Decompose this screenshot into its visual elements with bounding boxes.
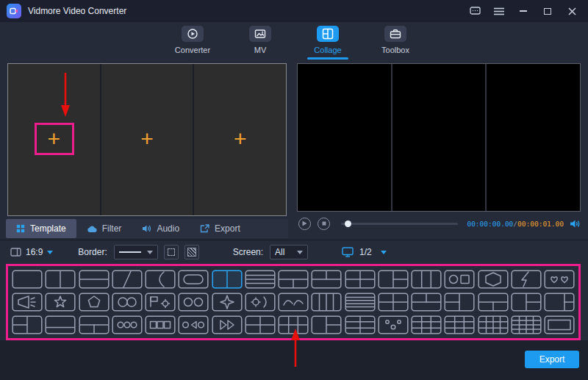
chevron-down-icon [147,251,153,254]
template-shape-h2bv[interactable] [79,315,110,334]
menu-icon[interactable] [493,5,505,17]
collage-icon [317,26,339,42]
template-shape-h2bv[interactable] [278,270,309,289]
border-line-sample [119,251,141,253]
tab-export[interactable]: Export [190,219,251,238]
playback-bar: 00:00:00.00/00:00:01.00 [298,214,581,233]
stop-button[interactable] [318,218,330,230]
template-shape-grid33[interactable] [444,315,475,334]
hatch-square-icon [187,248,196,257]
tab-toolbox[interactable]: Toolbox [369,26,422,60]
monitor-icon [342,247,354,257]
tab-audio[interactable]: Audio [132,219,190,238]
editor-tab-strip: Template Filter Audio Export [6,219,288,238]
template-shape-horn[interactable] [12,293,43,312]
template-shape-blank[interactable] [12,270,43,289]
template-shape-pentagon[interactable] [79,293,110,312]
template-shape-v2[interactable] [45,270,76,289]
preview-panel-1 [298,64,391,211]
border-style-dropdown[interactable] [114,245,158,259]
template-shape-rows4[interactable] [345,293,376,312]
mv-icon [249,26,271,42]
template-shape-h2b[interactable] [45,315,76,334]
template-shape-grid33[interactable] [411,315,442,334]
audio-speaker-icon [142,224,151,233]
template-shape-grid23[interactable] [278,315,309,334]
add-media-plus[interactable]: + [140,126,154,151]
template-shape-oo[interactable] [178,293,209,312]
template-shape-dots[interactable] [378,315,409,334]
tab-label: Collage [314,46,341,54]
template-shape-v4[interactable] [311,293,342,312]
screen-dropdown[interactable]: All [270,245,308,259]
preview-panel-2 [392,64,486,211]
template-shape-spark[interactable] [212,293,243,312]
template-shape-bigl[interactable] [544,293,575,312]
template-shape-vrh[interactable] [311,315,342,334]
border-color-button[interactable] [164,245,179,259]
template-shape-grid22[interactable] [245,315,276,334]
tab-converter[interactable]: Converter [166,26,219,60]
volume-icon[interactable] [570,219,581,229]
template-shape-v2[interactable] [212,270,243,289]
export-button[interactable]: Export [525,351,579,368]
template-shape-geararc[interactable] [245,293,276,312]
add-media-plus[interactable]: + [234,126,247,151]
template-shape-rows3[interactable] [245,270,276,289]
chevron-down-icon[interactable] [381,251,387,254]
template-shape-h2bv[interactable] [478,293,509,312]
seek-handle[interactable] [345,221,351,227]
template-shape-grid44[interactable] [511,315,542,334]
template-shape-v3[interactable] [411,270,442,289]
tab-label: Toolbox [381,46,409,54]
template-shape-wide[interactable] [544,315,575,334]
template-toolbar: 16:9 Border: Screen: All 1/2 [0,243,588,261]
feedback-icon[interactable] [469,5,481,17]
template-grid-icon [16,224,25,233]
collage-slot-2[interactable]: + [101,64,193,215]
seek-slider[interactable] [341,223,458,225]
template-shape-vlh[interactable] [12,315,43,334]
tab-collage[interactable]: Collage [301,26,354,60]
template-shape-otrio[interactable] [178,315,209,334]
template-shape-swoosh[interactable] [278,293,309,312]
add-media-plus[interactable]: + [48,126,61,151]
template-shape-hearts[interactable] [544,270,575,289]
template-shape-ff[interactable] [212,315,243,334]
time-display: 00:00:00.00/00:00:01.00 [467,220,564,228]
template-shape-grid32[interactable] [345,315,376,334]
template-shape-h2[interactable] [79,270,110,289]
template-shape-hex[interactable] [478,270,509,289]
template-shape-grid43[interactable] [478,315,509,334]
template-shape-rounded[interactable] [178,270,209,289]
footer-bar [0,340,588,380]
tab-label: MV [254,46,267,54]
template-shape-bolt[interactable] [511,270,542,289]
tab-filter[interactable]: Filter [76,219,132,238]
tab-mv[interactable]: MV [234,26,287,60]
template-shape-grid22[interactable] [378,293,409,312]
aspect-ratio-selector[interactable]: 16:9 [10,247,53,257]
template-shape-sq3[interactable] [145,315,176,334]
template-shape-h2tv[interactable] [411,293,442,312]
template-shape-h2tv[interactable] [311,270,342,289]
collage-slot-1[interactable]: + [8,64,100,215]
minimize-button[interactable] [517,5,529,17]
tab-template[interactable]: Template [6,219,76,238]
template-shape-vrh[interactable] [378,270,409,289]
template-shape-vlh[interactable] [444,293,475,312]
template-shape-circsq[interactable] [444,270,475,289]
template-shape-vrh[interactable] [511,293,542,312]
template-shape-ooo[interactable] [112,315,143,334]
template-shape-curve[interactable] [145,270,176,289]
template-shape-circles2[interactable] [112,293,143,312]
template-shape-diag[interactable] [112,270,143,289]
play-button[interactable] [298,218,311,230]
template-shape-grid22[interactable] [345,270,376,289]
maximize-button[interactable] [542,5,553,17]
collage-slot-3[interactable]: + [194,64,286,215]
template-shape-star[interactable] [45,293,76,312]
close-button[interactable] [566,5,578,17]
border-pattern-button[interactable] [184,245,199,259]
template-shape-flaggear[interactable] [145,293,176,312]
